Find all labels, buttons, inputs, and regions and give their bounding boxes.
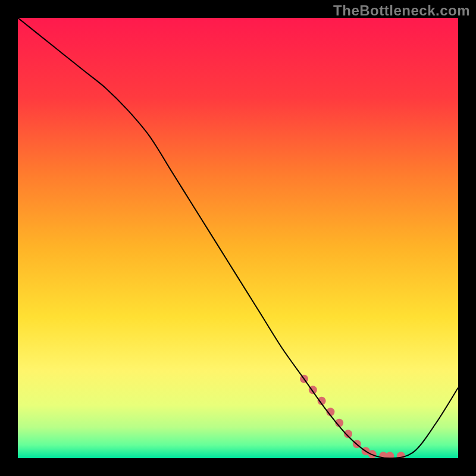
plot-area [18,18,458,458]
bottleneck-curve [18,18,458,458]
chart-overlay [18,18,458,458]
chart-container: TheBottleneck.com [0,0,476,476]
marker-dot [368,450,377,458]
marker-group [300,375,405,458]
watermark-label: TheBottleneck.com [333,2,470,19]
marker-dot [386,452,394,458]
